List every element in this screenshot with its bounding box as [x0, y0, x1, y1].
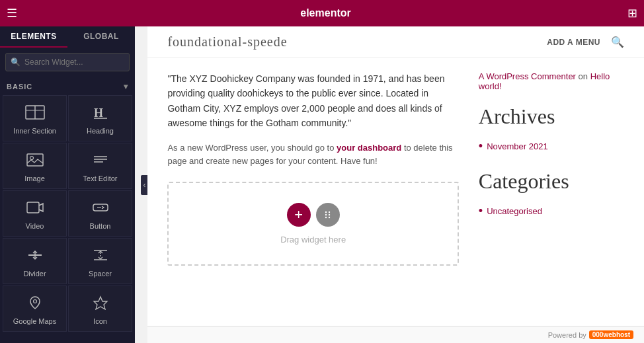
widget-label-icon: Icon	[93, 317, 107, 325]
drag-handle-button[interactable]	[316, 203, 340, 227]
divider-icon	[26, 248, 44, 266]
hamburger-icon[interactable]: ☰	[7, 6, 17, 20]
widget-label-text-editor: Text Editor	[83, 174, 118, 182]
page-paragraph: As a new WordPress user, you should go t…	[167, 141, 458, 169]
powered-by: Powered by 000webhost	[147, 326, 644, 343]
svg-rect-5	[27, 154, 43, 166]
page-body: "The XYZ Doohickey Company was founded i…	[147, 58, 644, 326]
category-link[interactable]: Uncategorised	[487, 206, 542, 216]
svg-text:H: H	[94, 106, 103, 120]
sidebar-panel: ELEMENTS GLOBAL 🔍 BASIC ▾	[0, 26, 135, 343]
widget-inner-section[interactable]: Inner Section	[3, 95, 67, 141]
category-item: Uncategorised	[479, 202, 624, 221]
svg-marker-19	[94, 297, 107, 309]
heading-icon: H	[91, 105, 110, 124]
right-sidebar: A WordPress Commenter on Hello world! Ar…	[479, 71, 624, 313]
categories-title: Categories	[479, 169, 624, 194]
svg-point-6	[30, 156, 33, 159]
sidebar: ELEMENTS GLOBAL 🔍 BASIC ▾	[0, 26, 147, 343]
recent-comments: A WordPress Commenter on Hello world!	[479, 71, 624, 91]
search-input[interactable]	[5, 53, 130, 71]
widget-grid: Inner Section H Heading	[0, 94, 135, 333]
button-icon	[91, 200, 110, 219]
collapse-sidebar-button[interactable]: ‹	[141, 175, 147, 195]
svg-point-26	[325, 217, 326, 218]
dashboard-link[interactable]: your dashboard	[337, 143, 401, 153]
page-quote: "The XYZ Doohickey Company was founded i…	[167, 71, 458, 131]
image-icon	[26, 153, 44, 171]
text-editor-icon	[91, 153, 110, 171]
svg-point-24	[325, 211, 326, 213]
widget-button[interactable]: Button	[68, 190, 132, 237]
video-icon	[26, 200, 44, 219]
tab-elements[interactable]: ELEMENTS	[0, 26, 67, 48]
widget-label-divider: Divider	[23, 270, 46, 278]
grid-icon[interactable]: ⊞	[627, 6, 637, 20]
widget-label-inner-section: Inner Section	[13, 127, 56, 135]
widget-spacer[interactable]: Spacer	[68, 238, 132, 284]
add-menu-link[interactable]: ADD A MENU	[547, 38, 600, 47]
widget-image[interactable]: Image	[3, 143, 67, 189]
drop-zone: + Drag widget here	[167, 182, 458, 266]
widget-label-video: Video	[26, 222, 44, 230]
archive-link[interactable]: November 2021	[487, 141, 548, 151]
sidebar-tabs: ELEMENTS GLOBAL	[0, 26, 135, 48]
main-layout: ELEMENTS GLOBAL 🔍 BASIC ▾	[0, 26, 644, 343]
categories-list: Uncategorised	[479, 202, 624, 221]
icon-widget-icon	[91, 295, 110, 314]
svg-point-25	[325, 214, 326, 215]
webhost-logo: 000webhost	[589, 330, 633, 339]
svg-rect-10	[27, 202, 39, 213]
widget-video[interactable]: Video	[3, 190, 67, 237]
tab-global[interactable]: GLOBAL	[67, 26, 135, 48]
widget-divider[interactable]: Divider	[3, 238, 67, 284]
recent-comment-text: A WordPress Commenter on Hello world!	[479, 71, 624, 91]
archive-item: November 2021	[479, 137, 624, 156]
section-pro: PRO ▾	[0, 338, 135, 343]
widget-text-editor[interactable]: Text Editor	[68, 143, 132, 189]
site-header: foundational-speede ADD A MENU 🔍	[147, 26, 644, 58]
svg-point-27	[328, 211, 329, 213]
search-box: 🔍	[5, 53, 130, 71]
search-icon: 🔍	[11, 57, 20, 67]
archives-title: Archives	[479, 104, 624, 129]
google-maps-icon	[26, 295, 44, 314]
content-area: foundational-speede ADD A MENU 🔍 "The XY…	[147, 26, 644, 343]
archives-list: November 2021	[479, 137, 624, 156]
drop-zone-buttons: +	[287, 203, 340, 227]
site-nav: ADD A MENU 🔍	[547, 36, 624, 48]
site-search-icon[interactable]: 🔍	[611, 36, 624, 48]
svg-point-18	[33, 299, 36, 303]
section-basic: BASIC ▾	[0, 77, 135, 94]
svg-point-28	[328, 214, 329, 215]
elementor-logo: elementor	[24, 7, 627, 19]
spacer-icon	[91, 248, 110, 266]
widget-label-button: Button	[90, 222, 111, 230]
svg-point-29	[328, 217, 329, 218]
top-bar: ☰ elementor ⊞	[0, 0, 644, 26]
drop-label: Drag widget here	[280, 235, 346, 245]
site-title: foundational-speede	[167, 34, 287, 50]
widget-label-spacer: Spacer	[89, 270, 112, 278]
add-widget-button[interactable]: +	[287, 203, 311, 227]
widget-label-image: Image	[24, 174, 45, 182]
widget-label-google-maps: Google Maps	[13, 317, 56, 325]
widget-label-heading: Heading	[87, 127, 114, 135]
main-column: "The XYZ Doohickey Company was founded i…	[167, 71, 458, 313]
widget-heading[interactable]: H Heading	[68, 95, 132, 141]
powered-by-text: Powered by	[548, 331, 586, 339]
widget-google-maps[interactable]: Google Maps	[3, 286, 67, 332]
widget-icon[interactable]: Icon	[68, 286, 132, 332]
commenter-link[interactable]: A WordPress Commenter	[479, 71, 576, 81]
chevron-down-icon: ▾	[124, 82, 128, 91]
inner-section-icon	[25, 105, 45, 124]
